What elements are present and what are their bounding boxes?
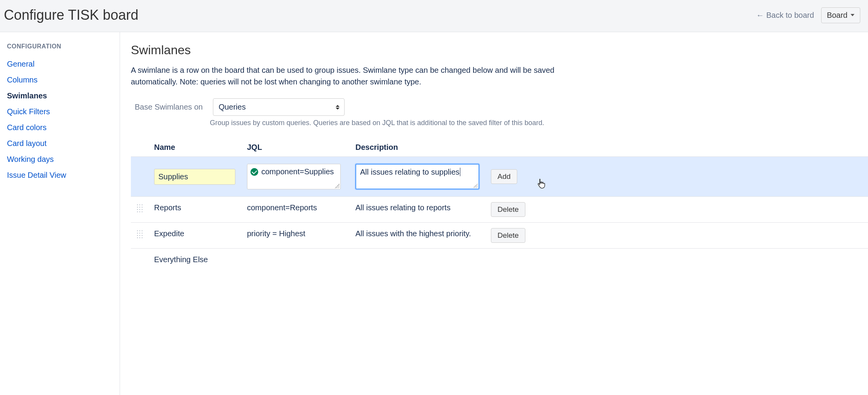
section-description: A swimlane is a row on the board that ca… xyxy=(131,64,595,88)
drag-handle-icon[interactable] xyxy=(136,204,143,214)
resize-grip-icon[interactable] xyxy=(473,183,478,188)
add-button[interactable]: Add xyxy=(491,169,517,184)
delete-button[interactable]: Delete xyxy=(491,228,525,243)
sidebar-nav: GeneralColumnsSwimlanesQuick FiltersCard… xyxy=(7,56,113,183)
sidebar-item-swimlanes[interactable]: Swimlanes xyxy=(7,88,113,104)
text-caret xyxy=(460,168,460,176)
col-header-name: Name xyxy=(153,143,245,152)
sidebar: CONFIGURATION GeneralColumnsSwimlanesQui… xyxy=(0,32,120,395)
base-swimlanes-help: Group issues by custom queries. Queries … xyxy=(210,119,868,127)
sidebar-item-card-colors[interactable]: Card colors xyxy=(7,120,113,136)
swimlane-jql-input[interactable]: component=Supplies xyxy=(247,164,341,189)
swimlane-description-value: All issues relating to supplies xyxy=(360,168,460,176)
cursor-pointer-icon xyxy=(537,179,546,191)
header-actions: ← Back to board Board xyxy=(756,7,860,23)
arrow-left-icon: ← xyxy=(756,11,764,19)
swimlane-name-input[interactable] xyxy=(154,169,235,185)
base-swimlanes-label: Base Swimlanes on xyxy=(131,103,203,112)
swimlane-row: Reportscomponent=ReportsAll issues relat… xyxy=(131,196,868,222)
check-circle-icon xyxy=(250,168,258,176)
col-header-description: Description xyxy=(354,143,489,152)
swimlane-jql-value: component=Supplies xyxy=(261,167,334,176)
base-swimlanes-select[interactable]: Queries xyxy=(213,98,345,116)
sidebar-item-card-layout[interactable]: Card layout xyxy=(7,136,113,151)
sidebar-item-issue-detail-view[interactable]: Issue Detail View xyxy=(7,167,113,183)
swimlane-jql[interactable]: component=Reports xyxy=(245,202,354,213)
sidebar-item-general[interactable]: General xyxy=(7,56,113,72)
caret-down-icon xyxy=(851,14,854,16)
base-swimlanes-row: Base Swimlanes on Queries xyxy=(131,98,868,116)
sidebar-item-working-days[interactable]: Working days xyxy=(7,151,113,167)
page-header: Configure TISK board ← Back to board Boa… xyxy=(0,0,868,32)
resize-grip-icon[interactable] xyxy=(335,184,340,188)
swimlane-jql[interactable]: priority = Highest xyxy=(245,228,354,239)
swimlane-description[interactable]: All issues relating to reports xyxy=(354,202,489,213)
add-swimlane-row: component=Supplies All issues relating t… xyxy=(131,156,868,196)
swimlane-description-input[interactable]: All issues relating to supplies xyxy=(355,164,479,189)
delete-button[interactable]: Delete xyxy=(491,202,525,217)
swimlanes-table: Name JQL Description component=Supplies xyxy=(131,137,868,271)
swimlane-name[interactable]: Expedite xyxy=(153,228,245,239)
page-title: Configure TISK board xyxy=(4,7,139,23)
default-swimlane-row: Everything Else xyxy=(131,248,868,271)
sidebar-heading: CONFIGURATION xyxy=(7,43,113,50)
main-content: Swimlanes A swimlane is a row on the boa… xyxy=(120,32,868,395)
back-to-board-link[interactable]: ← Back to board xyxy=(756,11,814,20)
swimlane-description[interactable]: All issues with the highest priority. xyxy=(354,228,489,239)
select-arrows-icon xyxy=(336,105,340,110)
col-header-jql: JQL xyxy=(245,143,354,152)
board-dropdown[interactable]: Board xyxy=(821,7,860,23)
section-title: Swimlanes xyxy=(131,43,868,57)
sidebar-item-columns[interactable]: Columns xyxy=(7,72,113,88)
swimlane-row: Expeditepriority = HighestAll issues wit… xyxy=(131,222,868,248)
back-to-board-label: Back to board xyxy=(766,11,814,20)
table-header-row: Name JQL Description xyxy=(131,137,868,156)
default-swimlane-name: Everything Else xyxy=(153,254,245,265)
base-swimlanes-selected: Queries xyxy=(219,103,246,111)
sidebar-item-quick-filters[interactable]: Quick Filters xyxy=(7,104,113,120)
board-dropdown-label: Board xyxy=(827,11,847,20)
drag-handle-icon[interactable] xyxy=(136,230,143,240)
swimlane-name[interactable]: Reports xyxy=(153,202,245,213)
